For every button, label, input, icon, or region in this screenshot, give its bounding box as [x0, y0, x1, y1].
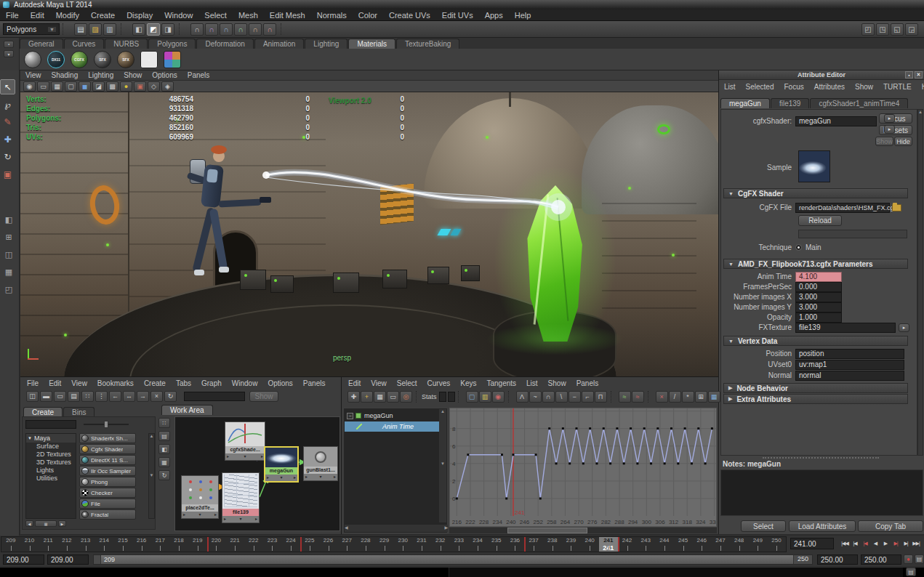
modeling-toolkit-toggle-icon[interactable]: ◰: [861, 23, 875, 36]
input-connections-icon[interactable]: ▸: [884, 125, 895, 134]
default-light-icon[interactable]: ●: [120, 81, 132, 92]
timeline-frame-227[interactable]: 227: [337, 537, 356, 552]
snap-curve-icon[interactable]: ∩: [205, 23, 218, 36]
timeline-frame-212[interactable]: 212: [57, 537, 76, 552]
viewport-menu-item[interactable]: Shading: [47, 71, 84, 79]
menu-item[interactable]: Create UVs: [383, 11, 436, 20]
menu-item[interactable]: Create: [85, 11, 121, 20]
buffer-curve-snapshot-icon[interactable]: ≈: [619, 391, 631, 403]
scroll-thumb[interactable]: ▦: [35, 520, 57, 527]
timeline-frame-210[interactable]: 210: [20, 537, 39, 552]
viewport-menu-item[interactable]: Lighting: [83, 71, 118, 79]
shader-library-item[interactable]: DirectX 11 S...: [79, 455, 136, 465]
animation-preferences-icon[interactable]: ▤: [915, 554, 924, 564]
graph-editor-menu-item[interactable]: Tangents: [481, 379, 521, 387]
timeline-frame-235[interactable]: 235: [487, 537, 506, 552]
graph-horizontal-scrollbar[interactable]: [449, 528, 717, 533]
attribute-editor-menu-item[interactable]: Focus: [779, 83, 808, 91]
rearrange-graph-icon[interactable]: ↻: [164, 391, 177, 402]
animation-end-field[interactable]: 250.00: [861, 554, 901, 565]
timeline-frame-225[interactable]: 225: [300, 537, 319, 552]
attribute-editor-menu-item[interactable]: Show: [850, 83, 878, 91]
input-connections-icon[interactable]: ←: [109, 391, 121, 402]
shaderfx-graph-icon[interactable]: SFX: [117, 51, 134, 68]
go-to-end-button[interactable]: ▶▶|: [911, 537, 921, 549]
graph-editor-menu-item[interactable]: View: [366, 379, 392, 387]
layout-single-pane-icon[interactable]: ◧: [1, 213, 17, 226]
timeline-frame-239[interactable]: 239: [562, 537, 581, 552]
timeline-frame-228[interactable]: 228: [356, 537, 375, 552]
large-swatches-icon[interactable]: ⋮: [95, 391, 108, 402]
outliner-horizontal-scrollbar[interactable]: ◀▶: [345, 525, 448, 532]
animation-start-field[interactable]: 209.00: [3, 554, 44, 565]
number-images-y-field[interactable]: 3.000: [795, 302, 842, 312]
sort-name-icon[interactable]: ∷: [158, 418, 170, 428]
menu-item[interactable]: Edit: [25, 11, 50, 20]
linear-tangent-icon[interactable]: \: [555, 391, 568, 403]
load-attributes-button[interactable]: Load Attributes: [789, 520, 856, 532]
viewport-menu-item[interactable]: Show: [118, 71, 147, 79]
shader-name-field[interactable]: megaGun: [795, 116, 877, 126]
step-forward-key-button[interactable]: ▶|: [891, 537, 901, 549]
select-tool-icon[interactable]: ↖: [0, 79, 15, 94]
close-panel-icon[interactable]: ✕: [915, 71, 923, 78]
stats-value-field[interactable]: [448, 392, 455, 402]
current-time-field[interactable]: 241.00: [790, 538, 834, 549]
output-connections-icon[interactable]: ▸: [884, 114, 895, 123]
graph-editor-menu-item[interactable]: Panels: [571, 379, 604, 387]
notes-textarea[interactable]: [720, 469, 923, 516]
shader-library-item[interactable]: Shaderfx Sh...: [79, 433, 136, 443]
hypershade-menu-item[interactable]: Tabs: [171, 379, 196, 387]
node-gunblast[interactable]: gunBlast1... ▾: [303, 446, 338, 481]
anim-time-field[interactable]: 4.100: [795, 272, 842, 282]
number-images-x-field[interactable]: 3.000: [795, 292, 842, 302]
show-button[interactable]: Show: [875, 137, 893, 146]
layout-hypershade-persp-icon[interactable]: ▦: [1, 265, 17, 278]
timeline-ruler[interactable]: 2092102112122132142152162172182192202212…: [1, 536, 787, 552]
swap-buffer-curve-icon[interactable]: ≈: [632, 391, 644, 403]
attribute-editor-tab[interactable]: cgfxShader1_animTime4: [810, 98, 908, 108]
timeline-frame-240[interactable]: 240: [580, 537, 599, 552]
work-area-tab[interactable]: Work Area: [161, 405, 213, 415]
shelf-tab[interactable]: Deformation: [196, 39, 253, 49]
timeline-frame-237[interactable]: 237: [524, 537, 543, 552]
retime-keys-icon[interactable]: ◎: [400, 391, 412, 403]
menu-item[interactable]: Display: [121, 11, 158, 20]
timeline-frame-236[interactable]: 236: [506, 537, 525, 552]
step-back-key-button[interactable]: |◀: [860, 537, 870, 549]
list-view-icon[interactable]: ◧: [158, 444, 170, 454]
break-tangents-icon[interactable]: ×: [656, 391, 668, 403]
layout-graph-persp-icon[interactable]: ◰: [1, 283, 17, 296]
refresh-swatches-icon[interactable]: ↻: [158, 470, 170, 480]
outliner-vertical-scrollbar[interactable]: ▲▼: [439, 409, 446, 522]
joint-xray-icon[interactable]: ◈: [161, 81, 174, 92]
node-footer[interactable]: ▾: [304, 474, 337, 480]
timeline-frame-244[interactable]: 244: [655, 537, 674, 552]
save-scene-icon[interactable]: ▥: [103, 23, 116, 36]
viewport-menu-item[interactable]: View: [20, 71, 47, 79]
show-top-tabs-icon[interactable]: ▬: [40, 391, 52, 402]
tree-item[interactable]: 2D Textures: [26, 451, 76, 459]
shelf-tab[interactable]: NURBS: [105, 39, 148, 49]
textured-mode-icon[interactable]: ◪: [92, 81, 105, 92]
timeline-frame-219[interactable]: 219: [188, 537, 207, 552]
clear-graph-icon[interactable]: ×: [150, 391, 163, 402]
attribute-editor-titlebar[interactable]: Attribute Editor ▪ ✕: [719, 70, 924, 80]
menu-item[interactable]: Mesh: [233, 11, 264, 20]
lasso-tool-icon[interactable]: ℘: [0, 97, 15, 112]
plateau-tangent-icon[interactable]: ⊓: [595, 391, 607, 403]
section-header-node-behavior[interactable]: ▶ Node Behavior: [723, 383, 908, 393]
lattice-deform-keys-icon[interactable]: ▦: [374, 391, 386, 403]
output-connections-icon[interactable]: →: [137, 391, 149, 402]
menu-item[interactable]: Normals: [311, 11, 353, 20]
attribute-editor-menu-item[interactable]: Selected: [741, 83, 779, 91]
time-snap-icon[interactable]: ⊞: [695, 391, 707, 403]
outliner-channel-row[interactable]: Anim Time: [345, 421, 439, 432]
tree-horizontal-scrollbar[interactable]: ◀ ▦ ▶: [25, 520, 142, 528]
snap-grid-icon[interactable]: ∩: [190, 23, 204, 36]
browse-folder-icon[interactable]: [892, 204, 901, 211]
clamped-tangent-icon[interactable]: ∩: [542, 391, 555, 403]
timeline-frame-247[interactable]: 247: [711, 537, 730, 552]
xray-mode-icon[interactable]: ◇: [148, 81, 160, 92]
hypershade-filter-field[interactable]: [184, 392, 245, 401]
